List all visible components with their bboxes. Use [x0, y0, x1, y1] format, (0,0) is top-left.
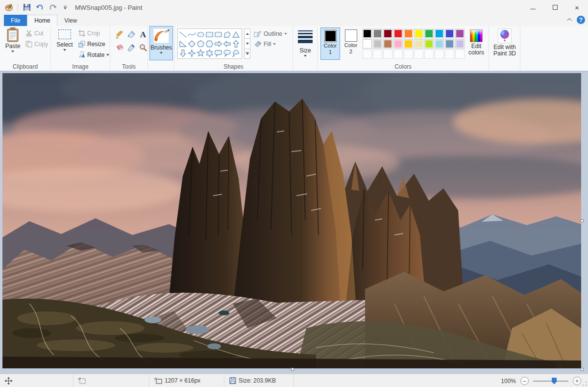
zoom-slider-thumb[interactable] [552, 378, 557, 385]
shapes-scroll-down[interactable] [244, 39, 250, 49]
outline-button[interactable]: Outline [254, 30, 287, 38]
paint3d-button[interactable]: Edit withPaint 3D [490, 27, 519, 57]
group-colors: Color 1 Color 2 Editcolors Colors [318, 26, 489, 71]
image-dimensions-value: 1207 × 616px [165, 377, 200, 384]
color1-button[interactable]: Color 1 [320, 27, 340, 60]
size-button[interactable]: Size [295, 26, 315, 57]
magnifier-tool[interactable] [138, 42, 148, 53]
palette-swatch[interactable] [373, 39, 382, 49]
edit-colors-button[interactable]: Editcolors [466, 27, 487, 56]
select-button[interactable]: Select [54, 26, 75, 51]
tab-home[interactable]: Home [27, 15, 57, 26]
shape-cloud-callout[interactable] [232, 49, 240, 57]
shape-left-arrow[interactable] [223, 40, 231, 48]
palette-swatch-empty[interactable] [414, 50, 423, 59]
shape-ellipse[interactable] [196, 30, 205, 39]
pencil-tool[interactable] [114, 29, 125, 41]
canvas-resize-handle-bottom[interactable] [291, 368, 294, 371]
shape-four-point-star[interactable] [188, 49, 196, 57]
palette-swatch[interactable] [435, 39, 444, 49]
eraser-tool[interactable] [114, 42, 125, 53]
shape-right-triangle[interactable] [179, 40, 187, 48]
shapes-scroll-up[interactable] [244, 28, 250, 39]
shape-triangle[interactable] [232, 30, 240, 39]
brushes-button[interactable]: Brushes [149, 26, 173, 60]
palette-swatch-empty[interactable] [455, 50, 465, 59]
zoom-in-button[interactable]: + [573, 377, 581, 385]
palette-swatch[interactable] [404, 39, 413, 49]
redo-icon[interactable] [48, 2, 57, 12]
copy-button[interactable]: Copy [25, 41, 48, 48]
shape-polygon[interactable] [223, 30, 231, 39]
color1-swatch [324, 30, 337, 42]
quick-access-toolbar [0, 2, 70, 12]
palette-swatch-empty[interactable] [404, 50, 413, 59]
rotate-button[interactable]: Rotate [78, 52, 109, 58]
tab-file[interactable]: File [4, 15, 27, 26]
paint-canvas[interactable] [2, 73, 581, 368]
text-tool[interactable]: A [138, 29, 148, 41]
palette-swatch[interactable] [404, 29, 413, 38]
shape-pentagon[interactable] [196, 40, 205, 48]
palette-swatch-empty[interactable] [363, 50, 372, 59]
palette-swatch-empty[interactable] [445, 50, 454, 59]
palette-swatch[interactable] [383, 39, 392, 49]
palette-swatch[interactable] [373, 29, 382, 38]
shape-five-point-star[interactable] [196, 49, 205, 57]
save-icon[interactable] [22, 2, 32, 12]
undo-icon[interactable] [35, 2, 45, 12]
resize-button[interactable]: Resize [78, 41, 105, 48]
palette-swatch[interactable] [445, 29, 454, 38]
zoom-slider[interactable] [533, 378, 568, 385]
crop-label: Crop [87, 30, 100, 37]
window-resize-grip[interactable] [582, 381, 587, 386]
shape-up-arrow[interactable] [232, 40, 240, 48]
palette-swatch[interactable] [414, 29, 423, 38]
palette-swatch[interactable] [455, 39, 465, 49]
fill-button[interactable]: Fill [254, 41, 276, 48]
help-icon[interactable]: ? [577, 16, 585, 24]
crop-button[interactable]: Crop [78, 30, 100, 37]
zoom-out-button[interactable]: – [520, 377, 529, 385]
shape-diamond[interactable] [188, 40, 196, 48]
palette-swatch-empty[interactable] [383, 50, 392, 59]
palette-swatch[interactable] [393, 29, 403, 38]
tab-view[interactable]: View [57, 15, 84, 26]
cut-button[interactable]: Cut [25, 30, 44, 37]
palette-swatch[interactable] [445, 39, 454, 49]
shape-oval-callout[interactable] [223, 49, 231, 57]
canvas-resize-handle-right[interactable] [581, 219, 584, 222]
shape-six-point-star[interactable] [205, 49, 214, 57]
palette-swatch[interactable] [363, 29, 372, 38]
shape-right-arrow[interactable] [214, 40, 222, 48]
shape-rectangle[interactable] [205, 30, 214, 39]
close-button[interactable]: × [566, 0, 588, 15]
palette-swatch[interactable] [363, 39, 372, 49]
palette-swatch-empty[interactable] [435, 50, 444, 59]
shape-down-arrow[interactable] [179, 49, 187, 57]
palette-swatch[interactable] [414, 39, 423, 49]
palette-swatch[interactable] [424, 39, 434, 49]
shape-curve[interactable] [188, 30, 196, 39]
color-picker-tool[interactable] [126, 42, 137, 53]
shapes-more-button[interactable] [244, 49, 250, 59]
shape-hexagon[interactable] [205, 40, 214, 48]
shape-rounded-rectangle[interactable] [214, 30, 222, 39]
palette-swatch[interactable] [424, 29, 434, 38]
fill-tool[interactable] [126, 29, 137, 41]
palette-swatch-empty[interactable] [373, 50, 382, 59]
minimize-button[interactable] [522, 0, 544, 15]
palette-swatch-empty[interactable] [424, 50, 434, 59]
maximize-button[interactable] [544, 0, 566, 15]
palette-swatch[interactable] [383, 29, 392, 38]
palette-swatch[interactable] [393, 39, 403, 49]
shape-rounded-callout[interactable] [214, 49, 222, 57]
palette-swatch-empty[interactable] [393, 50, 403, 59]
paste-button[interactable]: Paste [2, 26, 24, 52]
customize-qat-icon[interactable] [60, 2, 70, 12]
palette-swatch[interactable] [435, 29, 444, 38]
shape-line[interactable] [179, 30, 187, 39]
palette-swatch[interactable] [455, 29, 465, 38]
canvas-resize-handle-corner[interactable] [581, 368, 584, 371]
color2-button[interactable]: Color 2 [341, 27, 361, 60]
